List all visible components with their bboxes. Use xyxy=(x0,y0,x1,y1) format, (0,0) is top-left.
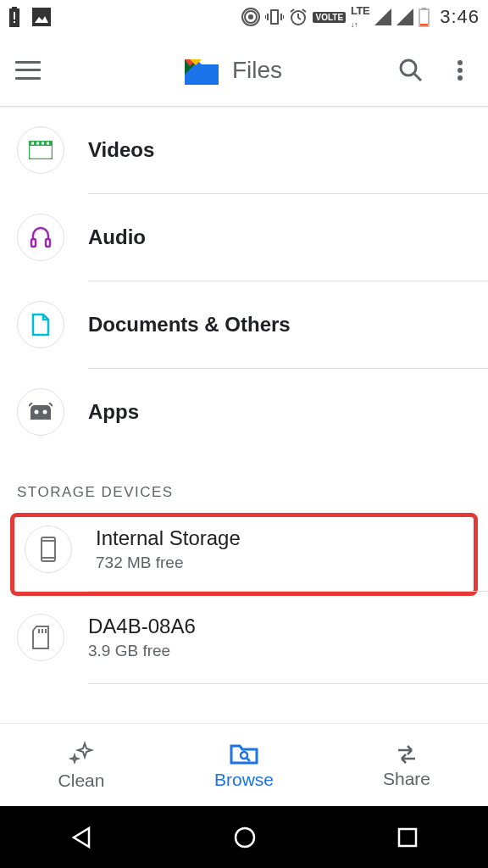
system-nav-bar xyxy=(0,806,488,868)
svg-point-32 xyxy=(458,75,463,81)
document-icon xyxy=(17,301,64,348)
signal-icon-2 xyxy=(396,8,413,25)
storage-subtitle: 3.9 GB free xyxy=(88,642,196,660)
svg-rect-39 xyxy=(31,239,36,247)
svg-line-43 xyxy=(29,403,32,406)
category-audio[interactable]: Audio xyxy=(0,194,488,281)
divider xyxy=(88,683,488,684)
status-right: VOLTE LTE↓↑ 3:46 xyxy=(241,4,480,30)
svg-rect-22 xyxy=(422,8,426,10)
svg-rect-40 xyxy=(46,239,50,247)
bottom-nav: Clean Browse Share xyxy=(0,723,488,806)
files-logo-icon xyxy=(185,56,219,85)
svg-point-41 xyxy=(35,410,39,415)
category-label: Documents & Others xyxy=(88,313,291,337)
svg-rect-3 xyxy=(14,21,15,23)
storage-internal[interactable]: Internal Storage 732 MB free xyxy=(21,526,467,573)
svg-marker-20 xyxy=(396,8,413,25)
category-apps[interactable]: Apps xyxy=(0,369,488,455)
svg-rect-36 xyxy=(36,142,39,145)
storage-name: DA4B-08A6 xyxy=(88,615,196,638)
nav-label: Browse xyxy=(214,770,274,790)
storage-name: Internal Storage xyxy=(96,526,241,550)
category-documents[interactable]: Documents & Others xyxy=(0,281,488,368)
svg-rect-23 xyxy=(420,24,428,26)
back-button[interactable] xyxy=(70,826,92,849)
svg-rect-55 xyxy=(399,829,416,846)
svg-line-52 xyxy=(247,758,250,761)
folder-search-icon xyxy=(230,741,258,766)
swap-icon xyxy=(393,742,420,765)
home-button[interactable] xyxy=(233,826,257,849)
highlight-annotation: Internal Storage 732 MB free xyxy=(10,513,478,596)
sd-card-icon xyxy=(17,614,64,661)
status-left xyxy=(8,7,51,27)
lte-indicator: LTE↓↑ xyxy=(351,4,369,30)
status-bar: VOLTE LTE↓↑ 3:46 xyxy=(0,0,488,34)
svg-rect-38 xyxy=(47,142,49,145)
sparkle-icon xyxy=(68,740,95,767)
category-label: Apps xyxy=(88,400,139,424)
nav-clean[interactable]: Clean xyxy=(0,724,163,806)
svg-line-29 xyxy=(414,74,421,81)
nav-browse[interactable]: Browse xyxy=(163,724,325,806)
phone-icon xyxy=(25,526,72,573)
nav-label: Share xyxy=(383,769,430,789)
recents-button[interactable] xyxy=(397,827,418,848)
svg-marker-19 xyxy=(374,8,391,25)
svg-point-42 xyxy=(43,410,47,415)
battery-low-icon xyxy=(419,7,430,27)
apps-icon xyxy=(17,388,64,436)
section-title: STORAGE DEVICES xyxy=(0,455,488,513)
svg-point-54 xyxy=(236,828,254,847)
signal-icon-1 xyxy=(374,8,391,25)
video-icon xyxy=(17,126,64,174)
svg-point-6 xyxy=(248,14,253,19)
image-icon xyxy=(32,8,51,26)
svg-line-44 xyxy=(49,403,53,406)
svg-rect-1 xyxy=(12,7,17,9)
app-title: Files xyxy=(232,57,282,84)
category-label: Audio xyxy=(88,225,146,249)
content: Videos Audio Documents & Others Apps STO… xyxy=(0,107,488,723)
svg-line-18 xyxy=(302,9,306,12)
nav-share[interactable]: Share xyxy=(325,724,488,806)
nav-label: Clean xyxy=(58,771,105,791)
battery-alert-icon xyxy=(8,7,20,27)
svg-point-30 xyxy=(458,60,463,65)
svg-marker-53 xyxy=(74,828,89,847)
volte-indicator: VOLTE xyxy=(313,12,346,23)
hotspot-icon xyxy=(241,8,260,26)
storage-sd-card[interactable]: DA4B-08A6 3.9 GB free xyxy=(0,592,488,683)
svg-rect-9 xyxy=(271,10,278,24)
app-bar: Files xyxy=(0,34,488,107)
svg-rect-4 xyxy=(32,8,51,26)
category-videos[interactable]: Videos xyxy=(0,107,488,193)
search-button[interactable] xyxy=(398,58,424,83)
audio-icon xyxy=(17,214,64,261)
svg-point-28 xyxy=(401,60,416,75)
svg-point-31 xyxy=(458,68,463,73)
svg-rect-2 xyxy=(14,12,15,19)
svg-point-51 xyxy=(241,752,247,759)
storage-subtitle: 732 MB free xyxy=(96,554,241,572)
status-time: 3:46 xyxy=(440,6,480,28)
alarm-icon xyxy=(289,8,308,26)
svg-line-16 xyxy=(298,18,301,19)
menu-button[interactable] xyxy=(15,61,41,80)
svg-rect-37 xyxy=(42,142,44,145)
svg-rect-35 xyxy=(31,142,34,145)
more-options-button[interactable] xyxy=(447,58,473,83)
vibrate-icon xyxy=(265,8,284,26)
svg-line-17 xyxy=(291,9,294,12)
category-label: Videos xyxy=(88,138,154,162)
